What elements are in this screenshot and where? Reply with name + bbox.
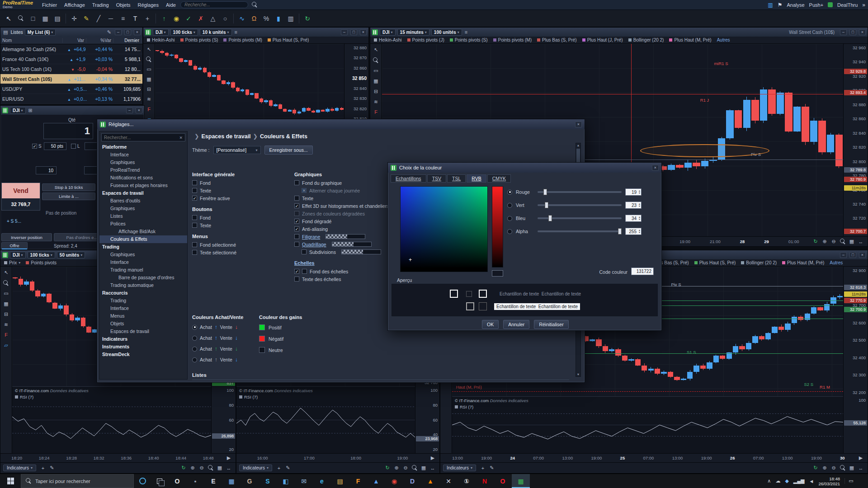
checkbox[interactable]	[192, 188, 197, 193]
legend-item[interactable]: Plus Bas (S, Pré)	[537, 38, 577, 42]
preview-swatch[interactable]	[466, 302, 474, 310]
order-titlebar[interactable]: DJI▾ ⊞ – ×	[0, 106, 144, 115]
sync-icon[interactable]: ↻	[811, 238, 820, 245]
zoom-in-icon[interactable]: ⊕	[821, 465, 829, 472]
dealthru-menu[interactable]: DealThru	[837, 2, 858, 8]
maximize-button[interactable]: □	[350, 29, 357, 35]
discord-icon[interactable]: D	[403, 474, 421, 488]
network-icon[interactable]: ▂▄▆	[793, 478, 805, 484]
scroll-right-icon[interactable]: ▶	[429, 455, 437, 462]
preview-swatch[interactable]	[450, 290, 458, 298]
tree-item-fuseaux-et-plages-horaires[interactable]: Fuseaux et plages horaires	[99, 182, 187, 189]
list-selector-dropdown[interactable]: My List (6)▾	[25, 29, 56, 36]
legend-item[interactable]: Autres	[717, 38, 730, 42]
price-scale[interactable]: 32 88032 87032 86032 85032 84032 83032 8…	[344, 44, 368, 122]
hline-icon[interactable]: ─	[105, 13, 117, 24]
legend-item[interactable]: Plus Haut (M, Pré)	[782, 260, 824, 265]
tab-tsl[interactable]: TSL	[447, 174, 466, 183]
watchlist-row[interactable]: EUR/USD▲+0,0...+0,13 %1,17906	[0, 94, 142, 104]
price-scale[interactable]: 32 90032 80032 70032 60032 50032 40032 3…	[843, 267, 868, 396]
delete-icon[interactable]: ✗	[195, 13, 207, 24]
timeframe-dropdown[interactable]: 100 ticks▾	[28, 252, 55, 258]
color-swatch[interactable]	[259, 324, 265, 330]
clear-search-icon[interactable]: ✕	[179, 136, 183, 140]
fit-icon[interactable]: ↔	[225, 465, 233, 472]
rsi-indicator-label[interactable]: RSI (7)	[15, 394, 33, 399]
trash-icon[interactable]: ⊟	[145, 86, 153, 93]
menu-réglages[interactable]: Réglages	[134, 1, 162, 9]
stop-order-button[interactable]: Stop à 10 ticks	[42, 183, 95, 191]
tree-item-interface[interactable]: Interface	[99, 151, 187, 159]
dark-app-icon[interactable]: ▪	[186, 474, 204, 488]
legend-item[interactable]: Points pivots (M)	[223, 38, 262, 42]
saturation-value-gradient[interactable]: +	[400, 186, 488, 272]
tree-item-polices[interactable]: Polices	[99, 220, 187, 228]
watchlist-row[interactable]: USD/JPY▲+0,5...+0,46 %109,685	[0, 84, 142, 94]
netflix-icon[interactable]: N	[476, 474, 494, 488]
checkbox[interactable]: ✓	[294, 203, 299, 208]
zoom-out-icon[interactable]: ⊖	[830, 465, 838, 472]
tree-item-objets[interactable]: Objets	[99, 320, 187, 328]
trash-icon[interactable]: ⊟	[2, 310, 10, 318]
epic-games-icon[interactable]: E	[204, 474, 222, 488]
checkbox[interactable]	[294, 234, 299, 239]
pencil-icon[interactable]: ✎	[80, 13, 92, 24]
tree-item-prorealtrend[interactable]: ProRealTrend	[99, 166, 187, 174]
tree-item-interface[interactable]: Interface	[99, 305, 187, 312]
fit-icon[interactable]: ↔	[857, 238, 865, 245]
channel-radio[interactable]	[507, 229, 512, 234]
tree-item-listes[interactable]: Listes	[99, 212, 187, 220]
tab-cmyk[interactable]: CMYK	[487, 174, 511, 183]
checkbox[interactable]	[192, 250, 197, 255]
gain-color-row[interactable]: Négatif	[259, 333, 302, 344]
legend-item[interactable]: Heikin-Ashi	[374, 38, 402, 42]
percent-icon[interactable]: %	[260, 13, 272, 24]
achat-vente-option[interactable]: Achat↑Vente↓	[192, 343, 243, 354]
ok-button[interactable]: OK	[482, 320, 499, 329]
spinner-arrows[interactable]: ▲▼	[638, 189, 641, 195]
setting-row[interactable]: Texte sélectionné	[192, 249, 282, 256]
selection-icon[interactable]: □	[27, 13, 39, 24]
preview-swatch[interactable]	[479, 302, 487, 310]
tree-item-trading-manuel[interactable]: Trading manuel	[99, 266, 187, 274]
vlc-icon[interactable]: ▲	[421, 474, 439, 488]
menu-objets[interactable]: Objets	[113, 1, 134, 9]
arrow-up-icon[interactable]: ↑	[158, 13, 170, 24]
file-explorer-icon[interactable]: ▤	[331, 474, 349, 488]
magnifier-icon[interactable]	[145, 56, 153, 63]
tree-item-raccourcis[interactable]: Raccourcis	[99, 289, 187, 297]
grid-icon[interactable]: ▦	[145, 76, 153, 83]
save-as-button[interactable]: Enregistrer sous...	[264, 145, 313, 155]
maximize-button[interactable]: □	[849, 29, 856, 35]
sync-icon[interactable]: ↻	[179, 465, 188, 472]
spinner-arrows[interactable]: ▲▼	[638, 228, 641, 235]
crosshair-icon[interactable]: +	[142, 13, 153, 24]
channel-value-input[interactable]: 19▲▼	[625, 188, 642, 196]
units-dropdown[interactable]: 50 unités▾	[57, 252, 85, 258]
edit-icon[interactable]: ✎	[284, 465, 292, 472]
indicateurs-button[interactable]: Indicateurs▾	[239, 465, 272, 471]
legend-item[interactable]: Points pivots (J)	[407, 38, 444, 42]
menu-aide[interactable]: Aide	[162, 1, 179, 9]
function-icon[interactable]: F	[372, 108, 380, 116]
checkbox[interactable]: ✓	[294, 226, 299, 231]
xbox-icon[interactable]: ✕	[439, 474, 458, 488]
setting-row[interactable]: Texte	[192, 187, 282, 194]
watchlist-row[interactable]: Wall Street Cash (10$)▲+11...+0,34 %32 7…	[0, 74, 142, 84]
legend-item[interactable]: Bollinger (20 2)	[741, 260, 777, 265]
checkbox[interactable]: ✕	[302, 188, 307, 193]
calendar-icon[interactable]: ▦	[848, 465, 856, 472]
magnifier-icon[interactable]	[15, 13, 27, 24]
zoom-out-icon[interactable]: ⊖	[830, 238, 838, 245]
edge-icon[interactable]: e	[313, 474, 331, 488]
menu-trading[interactable]: Trading	[89, 1, 113, 9]
order-options-icon[interactable]: ⊞	[28, 108, 33, 113]
close-button[interactable]: ×	[136, 108, 142, 113]
theme-select[interactable]: [Personnalisé]▾	[213, 146, 261, 154]
cursor-icon[interactable]: ↖	[3, 13, 14, 24]
tree-item-barres-d-outils[interactable]: Barres d'outils	[99, 197, 187, 205]
barchart-icon[interactable]: ▥	[285, 13, 297, 24]
checkbox[interactable]	[302, 269, 307, 274]
color-cursor[interactable]: +	[408, 258, 412, 262]
limit-order-button[interactable]: Limite à ...	[42, 192, 95, 200]
